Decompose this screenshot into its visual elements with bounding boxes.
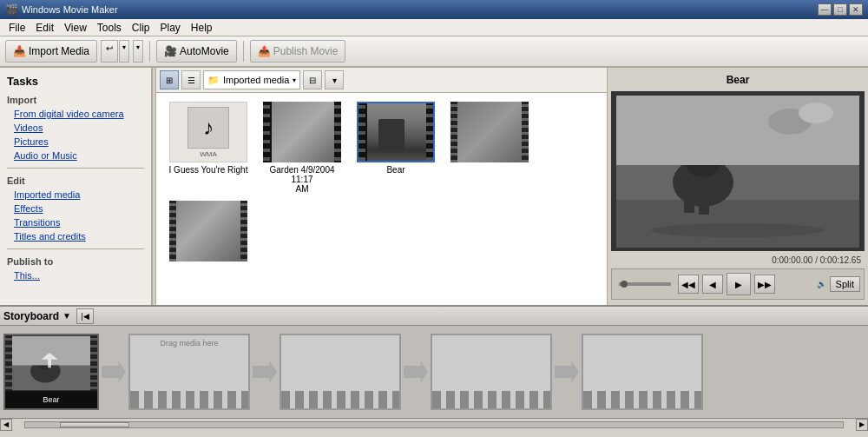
edit-section-title: Edit [0, 174, 151, 188]
prev-frame-button[interactable]: ◀◀ [678, 275, 699, 294]
media-item-video3[interactable] [165, 201, 252, 264]
wma-label: WMA [200, 150, 217, 158]
garden-image [270, 102, 334, 162]
film3-left [169, 201, 176, 262]
menu-clip[interactable]: Clip [127, 20, 155, 36]
maximize-button[interactable]: □ [833, 3, 847, 16]
import-label: Import Media [29, 45, 89, 57]
volume-icon: 🔊 [817, 280, 826, 288]
sort-button[interactable]: ⊟ [303, 70, 322, 89]
horizontal-scrollbar[interactable]: ◀ ▶ [0, 418, 868, 430]
task-pictures[interactable]: Pictures [0, 135, 151, 149]
svg-rect-6 [684, 191, 694, 213]
toolbar-separator [149, 41, 150, 62]
video2-image [457, 102, 522, 162]
film2-left [450, 102, 457, 162]
folder-icon: 📁 [207, 75, 220, 86]
menu-help[interactable]: Help [186, 20, 218, 36]
minimize-button[interactable]: — [818, 3, 832, 16]
empty-film-strip-1 [130, 391, 248, 408]
undo-button[interactable]: ↩ [101, 40, 118, 63]
bear-clip-thumb: Bear [3, 334, 99, 410]
video3-thumbnail [169, 201, 247, 262]
import-icon: 📥 [13, 45, 26, 57]
main-content: Tasks Import From digital video camera V… [0, 68, 868, 305]
storyboard-label: Storyboard [3, 310, 59, 322]
menu-edit[interactable]: Edit [30, 20, 59, 36]
task-effects[interactable]: Effects [0, 202, 151, 215]
storyboard-arrow-2 [253, 360, 277, 384]
media-item-bear[interactable]: Bear [352, 102, 439, 194]
undo-dropdown[interactable]: ▾ [119, 40, 129, 63]
menu-play[interactable]: Play [155, 20, 186, 36]
film-strip-left [263, 102, 270, 162]
automovie-button[interactable]: 🎥 AutoMovie [156, 40, 237, 63]
bear-clip-label: Bear [5, 391, 97, 408]
media-panel: ⊞ ☰ 📁 Imported media ▾ ⊟ ▾ ♪ WMA I Guess… [156, 68, 608, 305]
bear-film-strip-right [426, 102, 433, 162]
publish-section-title: Publish to [0, 255, 151, 268]
svg-point-10 [799, 103, 833, 123]
scroll-left-button[interactable]: ◀ [0, 419, 12, 431]
preview-panel: Bear 0:00:00.00 / 0:00:12.65 [608, 68, 868, 305]
import-media-button[interactable]: 📥 Import Media [5, 40, 97, 63]
list-view-button[interactable]: ☰ [181, 70, 201, 89]
storyboard-empty-1[interactable]: Drag media here [128, 334, 250, 410]
audio-label: I Guess You're Right [169, 165, 248, 175]
garden-thumbnail [263, 102, 341, 162]
bear-thumbnail [357, 102, 435, 162]
task-videos[interactable]: Videos [0, 121, 151, 135]
next-frame-button[interactable]: ▶▶ [754, 275, 775, 294]
task-titles-credits[interactable]: Titles and credits [0, 229, 151, 243]
video2-thumbnail [450, 102, 529, 162]
storyboard-dropdown[interactable]: ▼ [62, 311, 71, 321]
empty-clip-4 [582, 334, 703, 410]
undo-group: ↩ ▾ [101, 40, 129, 63]
scroll-track[interactable] [24, 421, 844, 428]
bear-film-strip-left [358, 102, 365, 162]
media-item-video2[interactable] [446, 102, 533, 194]
seek-bar[interactable] [619, 282, 671, 286]
bear-label: Bear [386, 165, 404, 175]
split-button[interactable]: Split [830, 276, 860, 292]
task-transitions[interactable]: Transitions [0, 215, 151, 229]
film3-right [240, 201, 247, 262]
play-button[interactable]: ▶ [727, 273, 751, 295]
title-bar: 🎬 Windows Movie Maker — □ ✕ [0, 0, 868, 19]
task-publish-this[interactable]: This... [0, 268, 151, 282]
close-button[interactable]: ✕ [849, 3, 863, 16]
task-digital-video[interactable]: From digital video camera [0, 107, 151, 121]
empty-film-strip-3 [432, 391, 550, 408]
film2-right [522, 102, 529, 162]
publish-button[interactable]: 📤 Publish Movie [250, 40, 346, 63]
preview-time: 0:00:00.00 / 0:00:12.65 [611, 254, 865, 267]
empty-film-strip-2 [281, 391, 399, 408]
automovie-label: AutoMovie [180, 45, 229, 57]
storyboard-empty-3[interactable] [431, 334, 552, 410]
scroll-thumb[interactable] [60, 422, 129, 427]
grid-view-button[interactable]: ⊞ [160, 70, 179, 89]
redo-dropdown[interactable]: ▾ [133, 40, 143, 63]
bear-clip-film-left [5, 335, 12, 391]
task-imported-media[interactable]: Imported media [0, 188, 151, 202]
sort-dropdown[interactable]: ▾ [325, 70, 344, 89]
automovie-icon: 🎥 [164, 45, 177, 57]
menu-tools[interactable]: Tools [92, 20, 127, 36]
media-item-audio[interactable]: ♪ WMA I Guess You're Right [165, 102, 252, 194]
storyboard-content: Bear Drag media here [0, 326, 868, 418]
rewind-button[interactable]: ◀ [702, 275, 723, 294]
storyboard-clip-bear[interactable]: Bear [3, 334, 99, 410]
dropdown-arrow-icon: ▾ [293, 76, 296, 84]
empty-clip-top-2 [281, 335, 399, 391]
menu-file[interactable]: File [3, 20, 30, 36]
media-filter-dropdown[interactable]: 📁 Imported media ▾ [203, 70, 300, 89]
storyboard-toolbar: Storyboard ▼ |◀ [0, 307, 868, 326]
scroll-right-button[interactable]: ▶ [856, 419, 868, 431]
task-audio[interactable]: Audio or Music [0, 149, 151, 162]
storyboard-empty-2[interactable] [279, 334, 401, 410]
media-item-garden[interactable]: Garden 4/9/2004 11:17AM [259, 102, 345, 194]
empty-clip-top-3 [432, 335, 550, 391]
menu-view[interactable]: View [59, 20, 92, 36]
storyboard-empty-4[interactable] [582, 334, 703, 410]
storyboard-rewind-button[interactable]: |◀ [76, 308, 94, 324]
